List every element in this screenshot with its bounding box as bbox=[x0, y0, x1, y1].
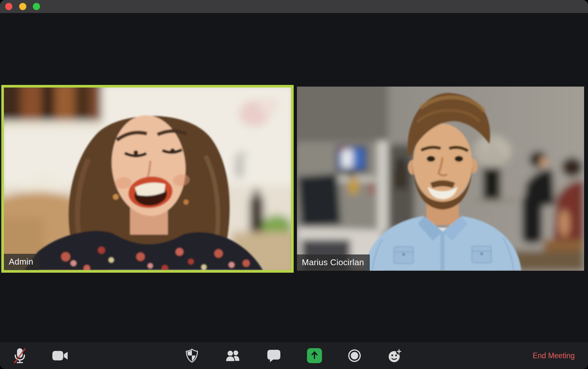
security-button[interactable] bbox=[183, 347, 201, 365]
end-meeting-button[interactable]: End Meeting bbox=[533, 351, 575, 360]
reactions-button[interactable] bbox=[386, 347, 404, 365]
participants-icon bbox=[226, 350, 241, 362]
marius-video-feed bbox=[297, 87, 584, 271]
admin-video-feed bbox=[4, 88, 291, 270]
reactions-smiley-icon bbox=[388, 348, 403, 363]
chat-button[interactable] bbox=[265, 347, 283, 365]
meeting-toolbar: End Meeting bbox=[0, 342, 588, 369]
mute-button[interactable] bbox=[11, 347, 29, 365]
participant-name-tag: Admin bbox=[4, 254, 39, 270]
chat-bubble-icon bbox=[267, 349, 281, 362]
share-screen-button[interactable] bbox=[305, 347, 324, 365]
security-shield-icon bbox=[186, 348, 198, 363]
zoom-window-button[interactable] bbox=[33, 3, 40, 10]
record-icon bbox=[348, 349, 361, 362]
record-button[interactable] bbox=[345, 347, 364, 365]
video-tile-admin[interactable]: Admin bbox=[1, 85, 294, 273]
video-button[interactable] bbox=[51, 347, 69, 365]
video-tile-marius[interactable]: Marius Ciocirlan bbox=[297, 87, 584, 271]
participants-button[interactable] bbox=[224, 347, 242, 365]
share-screen-icon bbox=[307, 348, 322, 363]
minimize-window-button[interactable] bbox=[19, 3, 26, 10]
participant-name-tag: Marius Ciocirlan bbox=[297, 254, 370, 271]
close-window-button[interactable] bbox=[5, 3, 12, 10]
video-camera-icon bbox=[52, 350, 68, 361]
meeting-window: Admin bbox=[0, 0, 588, 369]
titlebar bbox=[0, 0, 588, 13]
microphone-muted-icon bbox=[13, 348, 26, 364]
